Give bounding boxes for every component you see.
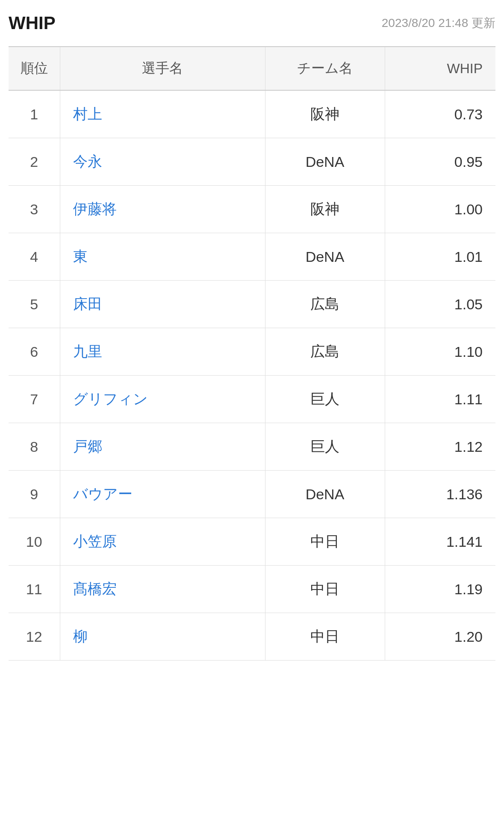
cell-team: 中日 xyxy=(265,518,385,566)
col-header-team: チーム名 xyxy=(265,47,385,90)
cell-whip: 1.136 xyxy=(385,471,495,518)
cell-player[interactable]: 今永 xyxy=(60,138,265,186)
cell-player[interactable]: 伊藤将 xyxy=(60,186,265,233)
cell-rank: 9 xyxy=(9,471,60,518)
col-header-player: 選手名 xyxy=(60,47,265,90)
cell-player[interactable]: 九里 xyxy=(60,328,265,376)
cell-player[interactable]: 村上 xyxy=(60,90,265,138)
cell-rank: 8 xyxy=(9,423,60,471)
cell-team: DeNA xyxy=(265,138,385,186)
player-link[interactable]: 戸郷 xyxy=(73,438,102,454)
cell-rank: 12 xyxy=(9,613,60,661)
cell-team: 中日 xyxy=(265,613,385,661)
cell-player[interactable]: 戸郷 xyxy=(60,423,265,471)
cell-whip: 1.141 xyxy=(385,518,495,566)
update-time: 2023/8/20 21:48 更新 xyxy=(382,15,495,31)
cell-whip: 1.05 xyxy=(385,281,495,328)
cell-whip: 1.12 xyxy=(385,423,495,471)
header: WHIP 2023/8/20 21:48 更新 xyxy=(9,13,495,38)
player-link[interactable]: バウアー xyxy=(73,486,133,502)
cell-rank: 2 xyxy=(9,138,60,186)
player-link[interactable]: 髙橋宏 xyxy=(73,581,117,597)
cell-team: 中日 xyxy=(265,566,385,613)
cell-team: DeNA xyxy=(265,471,385,518)
player-link[interactable]: 九里 xyxy=(73,343,102,359)
cell-rank: 11 xyxy=(9,566,60,613)
player-link[interactable]: 床田 xyxy=(73,296,102,312)
cell-whip: 0.95 xyxy=(385,138,495,186)
player-link[interactable]: 柳 xyxy=(73,628,88,644)
cell-whip: 0.73 xyxy=(385,90,495,138)
cell-team: 広島 xyxy=(265,328,385,376)
table-row: 5床田広島1.05 xyxy=(9,281,495,328)
cell-rank: 7 xyxy=(9,376,60,423)
cell-team: 阪神 xyxy=(265,186,385,233)
cell-whip: 1.00 xyxy=(385,186,495,233)
table-row: 9バウアーDeNA1.136 xyxy=(9,471,495,518)
player-link[interactable]: 小笠原 xyxy=(73,533,117,549)
cell-whip: 1.11 xyxy=(385,376,495,423)
cell-team: DeNA xyxy=(265,233,385,281)
cell-rank: 1 xyxy=(9,90,60,138)
cell-rank: 6 xyxy=(9,328,60,376)
cell-player[interactable]: 東 xyxy=(60,233,265,281)
table-row: 3伊藤将阪神1.00 xyxy=(9,186,495,233)
cell-rank: 5 xyxy=(9,281,60,328)
player-link[interactable]: グリフィン xyxy=(73,391,148,407)
cell-whip: 1.19 xyxy=(385,566,495,613)
cell-whip: 1.01 xyxy=(385,233,495,281)
table-row: 6九里広島1.10 xyxy=(9,328,495,376)
cell-team: 巨人 xyxy=(265,423,385,471)
table-row: 8戸郷巨人1.12 xyxy=(9,423,495,471)
page-title: WHIP xyxy=(9,13,56,33)
cell-whip: 1.20 xyxy=(385,613,495,661)
cell-rank: 4 xyxy=(9,233,60,281)
cell-team: 広島 xyxy=(265,281,385,328)
col-header-whip: WHIP xyxy=(385,47,495,90)
table-row: 7グリフィン巨人1.11 xyxy=(9,376,495,423)
player-link[interactable]: 東 xyxy=(73,248,88,264)
table-row: 1村上阪神0.73 xyxy=(9,90,495,138)
cell-player[interactable]: バウアー xyxy=(60,471,265,518)
col-header-rank: 順位 xyxy=(9,47,60,90)
table-row: 10小笠原中日1.141 xyxy=(9,518,495,566)
cell-player[interactable]: 柳 xyxy=(60,613,265,661)
player-link[interactable]: 村上 xyxy=(73,106,102,122)
cell-player[interactable]: 小笠原 xyxy=(60,518,265,566)
player-link[interactable]: 今永 xyxy=(73,153,102,169)
table-row: 2今永DeNA0.95 xyxy=(9,138,495,186)
cell-player[interactable]: 髙橋宏 xyxy=(60,566,265,613)
cell-player[interactable]: グリフィン xyxy=(60,376,265,423)
table-header-row: 順位 選手名 チーム名 WHIP xyxy=(9,47,495,90)
cell-team: 巨人 xyxy=(265,376,385,423)
cell-player[interactable]: 床田 xyxy=(60,281,265,328)
table-row: 11髙橋宏中日1.19 xyxy=(9,566,495,613)
cell-rank: 3 xyxy=(9,186,60,233)
table-row: 4東DeNA1.01 xyxy=(9,233,495,281)
player-link[interactable]: 伊藤将 xyxy=(73,201,117,217)
cell-rank: 10 xyxy=(9,518,60,566)
cell-team: 阪神 xyxy=(265,90,385,138)
whip-table: 順位 選手名 チーム名 WHIP 1村上阪神0.732今永DeNA0.953伊藤… xyxy=(9,46,495,661)
cell-whip: 1.10 xyxy=(385,328,495,376)
table-row: 12柳中日1.20 xyxy=(9,613,495,661)
page-container: WHIP 2023/8/20 21:48 更新 順位 選手名 チーム名 WHIP… xyxy=(0,0,504,678)
